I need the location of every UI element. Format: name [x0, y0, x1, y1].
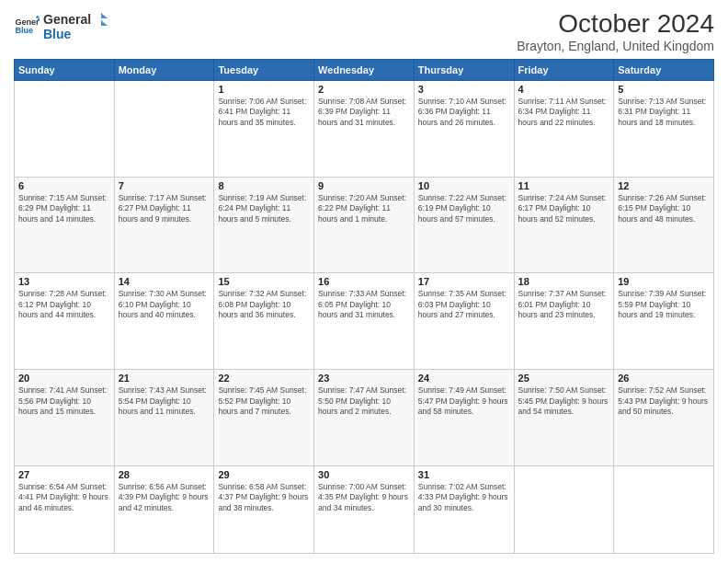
cell-content: Sunrise: 7:41 AM Sunset: 5:56 PM Dayligh…	[18, 385, 110, 417]
location: Brayton, England, United Kingdom	[517, 39, 714, 53]
calendar-cell: 5Sunrise: 7:13 AM Sunset: 6:31 PM Daylig…	[614, 81, 714, 178]
cell-content: Sunrise: 7:00 AM Sunset: 4:35 PM Dayligh…	[318, 482, 410, 513]
calendar-cell: 31Sunrise: 7:02 AM Sunset: 4:33 PM Dayli…	[414, 465, 514, 553]
calendar-cell: 27Sunrise: 6:54 AM Sunset: 4:41 PM Dayli…	[15, 465, 115, 553]
svg-text:Blue: Blue	[43, 27, 72, 41]
day-number: 1	[218, 84, 310, 95]
cell-content: Sunrise: 6:56 AM Sunset: 4:39 PM Dayligh…	[119, 482, 210, 513]
cell-content: Sunrise: 7:35 AM Sunset: 6:03 PM Dayligh…	[418, 289, 510, 320]
calendar-cell: 20Sunrise: 7:41 AM Sunset: 5:56 PM Dayli…	[15, 370, 115, 466]
page: General Blue General Blue October 2024 B…	[0, 0, 728, 563]
header: General Blue General Blue October 2024 B…	[14, 9, 714, 53]
day-header-friday: Friday	[514, 60, 614, 81]
day-number: 8	[218, 180, 310, 191]
cell-content: Sunrise: 7:28 AM Sunset: 6:12 PM Dayligh…	[18, 289, 110, 320]
calendar-cell	[15, 81, 115, 178]
cell-content: Sunrise: 7:11 AM Sunset: 6:34 PM Dayligh…	[518, 97, 610, 128]
calendar-cell: 22Sunrise: 7:45 AM Sunset: 5:52 PM Dayli…	[214, 370, 314, 466]
cell-content: Sunrise: 7:47 AM Sunset: 5:50 PM Dayligh…	[318, 385, 410, 417]
cell-content: Sunrise: 7:20 AM Sunset: 6:22 PM Dayligh…	[318, 193, 410, 224]
day-number: 28	[119, 469, 210, 480]
calendar-cell: 12Sunrise: 7:26 AM Sunset: 6:15 PM Dayli…	[614, 177, 714, 273]
day-number: 22	[218, 373, 310, 384]
calendar-cell: 1Sunrise: 7:06 AM Sunset: 6:41 PM Daylig…	[214, 81, 314, 178]
calendar-cell: 9Sunrise: 7:20 AM Sunset: 6:22 PM Daylig…	[314, 177, 415, 273]
calendar-cell: 19Sunrise: 7:39 AM Sunset: 5:59 PM Dayli…	[614, 273, 714, 370]
calendar-cell: 7Sunrise: 7:17 AM Sunset: 6:27 PM Daylig…	[114, 177, 214, 273]
calendar-cell: 16Sunrise: 7:33 AM Sunset: 6:05 PM Dayli…	[314, 273, 415, 370]
cell-content: Sunrise: 7:43 AM Sunset: 5:54 PM Dayligh…	[119, 385, 210, 417]
svg-text:General: General	[15, 17, 40, 27]
calendar-cell: 30Sunrise: 7:00 AM Sunset: 4:35 PM Dayli…	[314, 465, 415, 553]
calendar-table: SundayMondayTuesdayWednesdayThursdayFrid…	[14, 59, 714, 554]
cell-content: Sunrise: 7:24 AM Sunset: 6:17 PM Dayligh…	[518, 193, 610, 224]
day-number: 26	[618, 373, 710, 384]
day-number: 10	[418, 180, 510, 191]
calendar-cell: 18Sunrise: 7:37 AM Sunset: 6:01 PM Dayli…	[514, 273, 614, 370]
calendar-cell	[514, 465, 614, 553]
day-number: 5	[618, 84, 710, 95]
calendar-cell: 21Sunrise: 7:43 AM Sunset: 5:54 PM Dayli…	[114, 370, 214, 466]
day-number: 21	[119, 373, 210, 384]
cell-content: Sunrise: 7:02 AM Sunset: 4:33 PM Dayligh…	[418, 482, 510, 513]
day-number: 20	[18, 373, 110, 384]
cell-content: Sunrise: 7:08 AM Sunset: 6:39 PM Dayligh…	[318, 97, 410, 128]
day-number: 29	[218, 469, 310, 480]
calendar-cell	[114, 81, 214, 178]
calendar-cell: 14Sunrise: 7:30 AM Sunset: 6:10 PM Dayli…	[114, 273, 214, 370]
day-header-monday: Monday	[114, 60, 214, 81]
calendar-cell: 24Sunrise: 7:49 AM Sunset: 5:47 PM Dayli…	[414, 370, 514, 466]
day-number: 12	[618, 180, 710, 191]
month-title: October 2024	[517, 9, 714, 39]
calendar-cell: 3Sunrise: 7:10 AM Sunset: 6:36 PM Daylig…	[414, 81, 514, 178]
day-number: 16	[318, 276, 410, 287]
day-header-sunday: Sunday	[15, 60, 115, 81]
day-number: 15	[218, 276, 310, 287]
day-header-tuesday: Tuesday	[214, 60, 314, 81]
day-number: 14	[119, 276, 210, 287]
day-number: 17	[418, 276, 510, 287]
cell-content: Sunrise: 6:54 AM Sunset: 4:41 PM Dayligh…	[18, 482, 110, 513]
calendar-cell: 29Sunrise: 6:58 AM Sunset: 4:37 PM Dayli…	[214, 465, 314, 553]
calendar-week-row: 6Sunrise: 7:15 AM Sunset: 6:29 PM Daylig…	[15, 177, 714, 273]
cell-content: Sunrise: 7:39 AM Sunset: 5:59 PM Dayligh…	[618, 289, 710, 320]
calendar-cell: 6Sunrise: 7:15 AM Sunset: 6:29 PM Daylig…	[15, 177, 115, 273]
day-number: 24	[418, 373, 510, 384]
calendar-cell: 2Sunrise: 7:08 AM Sunset: 6:39 PM Daylig…	[314, 81, 415, 178]
logo: General Blue General Blue	[14, 9, 108, 42]
svg-text:General: General	[43, 12, 91, 27]
day-number: 31	[418, 469, 510, 480]
cell-content: Sunrise: 7:06 AM Sunset: 6:41 PM Dayligh…	[218, 97, 310, 128]
calendar-cell: 11Sunrise: 7:24 AM Sunset: 6:17 PM Dayli…	[514, 177, 614, 273]
logo-icon: General Blue	[14, 13, 40, 39]
day-number: 13	[18, 276, 110, 287]
day-number: 30	[318, 469, 410, 480]
cell-content: Sunrise: 6:58 AM Sunset: 4:37 PM Dayligh…	[218, 482, 310, 513]
calendar-cell: 17Sunrise: 7:35 AM Sunset: 6:03 PM Dayli…	[414, 273, 514, 370]
svg-marker-6	[101, 13, 108, 18]
cell-content: Sunrise: 7:52 AM Sunset: 5:43 PM Dayligh…	[618, 385, 710, 417]
day-number: 11	[518, 180, 610, 191]
calendar-header-row: SundayMondayTuesdayWednesdayThursdayFrid…	[15, 60, 714, 81]
cell-content: Sunrise: 7:32 AM Sunset: 6:08 PM Dayligh…	[218, 289, 310, 320]
cell-content: Sunrise: 7:50 AM Sunset: 5:45 PM Dayligh…	[518, 385, 610, 417]
title-section: October 2024 Brayton, England, United Ki…	[517, 9, 714, 53]
day-number: 27	[18, 469, 110, 480]
calendar-cell: 25Sunrise: 7:50 AM Sunset: 5:45 PM Dayli…	[514, 370, 614, 466]
calendar-cell: 26Sunrise: 7:52 AM Sunset: 5:43 PM Dayli…	[614, 370, 714, 466]
day-number: 6	[18, 180, 110, 191]
calendar-week-row: 20Sunrise: 7:41 AM Sunset: 5:56 PM Dayli…	[15, 370, 714, 466]
calendar-week-row: 13Sunrise: 7:28 AM Sunset: 6:12 PM Dayli…	[15, 273, 714, 370]
calendar-week-row: 27Sunrise: 6:54 AM Sunset: 4:41 PM Dayli…	[15, 465, 714, 553]
cell-content: Sunrise: 7:26 AM Sunset: 6:15 PM Dayligh…	[618, 193, 710, 224]
cell-content: Sunrise: 7:49 AM Sunset: 5:47 PM Dayligh…	[418, 385, 510, 417]
day-header-saturday: Saturday	[614, 60, 714, 81]
day-number: 2	[318, 84, 410, 95]
calendar-cell	[614, 465, 714, 553]
day-number: 23	[318, 373, 410, 384]
calendar-week-row: 1Sunrise: 7:06 AM Sunset: 6:41 PM Daylig…	[15, 81, 714, 178]
day-number: 25	[518, 373, 610, 384]
day-number: 3	[418, 84, 510, 95]
cell-content: Sunrise: 7:10 AM Sunset: 6:36 PM Dayligh…	[418, 97, 510, 128]
calendar-cell: 10Sunrise: 7:22 AM Sunset: 6:19 PM Dayli…	[414, 177, 514, 273]
